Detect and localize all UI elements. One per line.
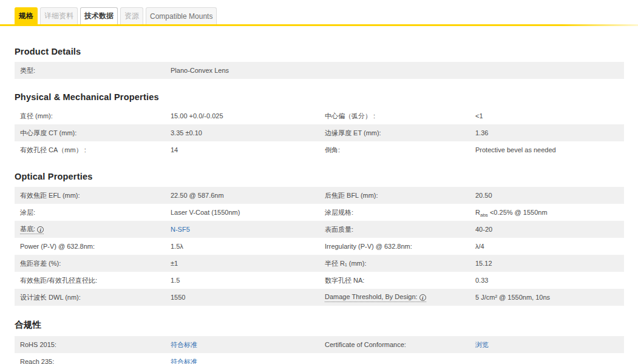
- spec-label-tooltip: 基底:i: [20, 224, 171, 234]
- table-row: Reach 235: 符合标准: [15, 353, 624, 364]
- spec-value: 3.35 ±0.10: [171, 129, 202, 137]
- table-row: RoHS 2015: 符合标准 Certificate of Conforman…: [15, 336, 624, 353]
- section-title-product-details: Product Details: [15, 47, 624, 56]
- reach-compliant-link[interactable]: 符合标准: [171, 357, 197, 364]
- rohs-compliant-link[interactable]: 符合标准: [171, 340, 197, 349]
- section-title-optical: Optical Properties: [15, 172, 624, 181]
- table-row: Power (P-V) @ 632.8nm: 1.5λ Irregularity…: [15, 238, 624, 255]
- spec-value: 1.36: [475, 129, 488, 137]
- spec-label: 有效孔径 CA（mm） :: [20, 146, 171, 154]
- spec-label: Certificate of Conformance:: [325, 340, 475, 349]
- info-icon[interactable]: i: [37, 226, 44, 233]
- spec-label: 涂层:: [20, 208, 171, 217]
- spec-label-tooltip: Damage Threshold, By Design:i: [325, 292, 475, 302]
- spec-value: Laser V-Coat (1550nm): [171, 208, 240, 217]
- section-title-compliance: 合规性: [15, 319, 624, 331]
- tab-bar: 规格 详细资料 技术数据 资源 Compatible Mounts: [0, 0, 638, 24]
- table-row: 有效焦距/有效孔径直径比: 1.5 数字孔径 NA: 0.33: [15, 272, 624, 289]
- table-row: 中心厚度 CT (mm): 3.35 ±0.10 边缘厚度 ET (mm): 1…: [15, 124, 624, 141]
- spec-value: Protective bevel as needed: [475, 146, 556, 154]
- info-icon[interactable]: i: [419, 294, 426, 301]
- spec-value: 1550: [171, 293, 185, 302]
- table-row: 基底:i N-SF5 表面质量: 40-20: [15, 221, 624, 238]
- table-row: 焦距容差 (%): ±1 半径 R₁ (mm): 15.12: [15, 255, 624, 272]
- spec-value: 22.50 @ 587.6nm: [171, 191, 224, 200]
- section-compliance: RoHS 2015: 符合标准 Certificate of Conforman…: [15, 336, 624, 364]
- spec-value: 0.33: [475, 276, 488, 285]
- spec-value: <1: [475, 112, 483, 120]
- tab-technical-data[interactable]: 技术数据: [80, 7, 118, 24]
- spec-value: 5 J/cm² @ 1550nm, 10ns: [475, 293, 550, 302]
- spec-value: λ/4: [475, 242, 484, 251]
- table-row: 涂层: Laser V-Coat (1550nm) 涂层规格: Rabs <0.…: [15, 204, 624, 221]
- spec-label: 设计波长 DWL (nm):: [20, 293, 171, 302]
- spec-value: ±1: [171, 259, 178, 268]
- spec-label: Irregularity (P-V) @ 632.8nm:: [325, 242, 475, 251]
- spec-value: 15.00 +0.0/-0.025: [171, 112, 223, 120]
- spec-value: 20.50: [475, 191, 492, 200]
- spec-label: 中心厚度 CT (mm):: [20, 129, 171, 137]
- spec-label: 涂层规格:: [325, 208, 475, 217]
- spec-value: 40-20: [475, 225, 492, 234]
- tab-resources[interactable]: 资源: [120, 7, 143, 24]
- table-row: 类型: Plano-Convex Lens: [15, 62, 624, 79]
- spec-label: 有效焦距 EFL (mm):: [20, 191, 171, 200]
- spec-label: 焦距容差 (%):: [20, 259, 171, 268]
- tab-compatible-mounts[interactable]: Compatible Mounts: [146, 7, 217, 24]
- spec-label: 边缘厚度 ET (mm):: [325, 129, 475, 137]
- spec-value: 14: [171, 146, 178, 154]
- spec-label: 有效焦距/有效孔径直径比:: [20, 276, 171, 285]
- spec-value: Rabs <0.25% @ 1550nm: [475, 208, 548, 217]
- spec-value: 1.5λ: [171, 242, 183, 251]
- section-physical-mechanical: 直径 (mm): 15.00 +0.0/-0.025 中心偏（弧分） : <1 …: [15, 107, 624, 158]
- certificate-view-link[interactable]: 浏览: [475, 340, 489, 349]
- spec-label: RoHS 2015:: [20, 340, 171, 349]
- spec-label: 倒角:: [325, 146, 475, 154]
- tab-details[interactable]: 详细资料: [40, 7, 78, 24]
- spec-label: 中心偏（弧分） :: [325, 112, 475, 120]
- substrate-link[interactable]: N-SF5: [171, 225, 190, 234]
- spec-label: 类型:: [20, 66, 171, 75]
- spec-label: Reach 235:: [20, 357, 171, 364]
- spec-label: Power (P-V) @ 632.8nm:: [20, 242, 171, 251]
- spec-label: 数字孔径 NA:: [325, 276, 475, 285]
- spec-label: 表面质量:: [325, 225, 475, 234]
- table-row: 设计波长 DWL (nm): 1550 Damage Threshold, By…: [15, 289, 624, 306]
- spec-value: 1.5: [171, 276, 180, 285]
- spec-label: 直径 (mm):: [20, 112, 171, 120]
- section-optical: 有效焦距 EFL (mm): 22.50 @ 587.6nm 后焦距 BFL (…: [15, 187, 624, 306]
- table-row: 有效孔径 CA（mm） : 14 倒角: Protective bevel as…: [15, 141, 624, 158]
- table-row: 直径 (mm): 15.00 +0.0/-0.025 中心偏（弧分） : <1: [15, 107, 624, 124]
- tab-specifications[interactable]: 规格: [15, 7, 38, 24]
- spec-value: 15.12: [475, 259, 492, 268]
- spec-label: 半径 R₁ (mm):: [325, 259, 475, 268]
- section-title-physical-mechanical: Physical & Mechanical Properties: [15, 92, 624, 102]
- spec-label: 后焦距 BFL (mm):: [325, 191, 475, 200]
- table-row: 有效焦距 EFL (mm): 22.50 @ 587.6nm 后焦距 BFL (…: [15, 187, 624, 204]
- spec-value: Plano-Convex Lens: [171, 66, 229, 75]
- section-product-details: 类型: Plano-Convex Lens: [15, 62, 624, 79]
- spec-content: Product Details 类型: Plano-Convex Lens Ph…: [0, 26, 638, 364]
